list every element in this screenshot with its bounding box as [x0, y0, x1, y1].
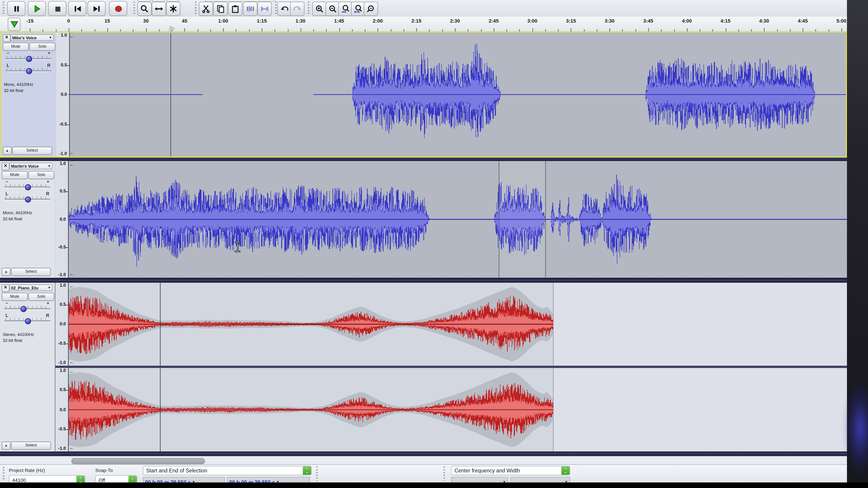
fit-selection-button[interactable] — [338, 2, 352, 16]
timeline-tick — [249, 29, 249, 32]
track1-vertical-scale[interactable]: 1.00.50.0-0.5-1.0 — [56, 33, 70, 157]
clip-boundary[interactable] — [499, 161, 499, 278]
playhead-marker[interactable] — [170, 26, 175, 31]
selection-start-field[interactable]: 00 h 00 m 39.550 s ▼ — [143, 477, 225, 482]
track-separator[interactable] — [0, 158, 847, 160]
toolbar-grip[interactable] — [275, 2, 277, 15]
select-track-button[interactable]: Select — [12, 147, 52, 155]
collapse-track-button[interactable]: ▲ — [3, 147, 11, 155]
solo-button[interactable]: Solo — [28, 171, 54, 180]
track-separator[interactable] — [0, 278, 847, 283]
track3-right-waveform-area[interactable]: ← ← — [69, 368, 847, 452]
track-martins-voice: ✕ Martin's Voice ▼ Mute Solo − + L R M — [0, 160, 847, 278]
collapse-track-button[interactable]: ▲ — [2, 442, 10, 450]
spectral-mode-select[interactable]: Center frequency and Width ⌃⌄ — [451, 466, 570, 475]
gain-slider[interactable]: − + — [5, 51, 51, 63]
horizontal-scrollbar-thumb[interactable] — [71, 458, 205, 464]
skip-to-start-button[interactable] — [68, 1, 86, 16]
project-rate-select[interactable]: 44100 ⌃⌄ — [9, 475, 85, 483]
track2-control-panel: ✕ Martin's Voice ▼ Mute Solo − + L R M — [0, 161, 55, 278]
cut-button[interactable] — [199, 2, 213, 16]
gain-slider[interactable]: − + — [4, 179, 51, 191]
track2-vertical-scale[interactable]: 1.00.50.0-0.5-1.0 — [55, 161, 68, 278]
chevron-down-icon: ▼ — [276, 480, 280, 483]
timeline-ruler[interactable]: -1501530451:001:151:301:452:002:152:302:… — [0, 17, 847, 32]
track-separator[interactable] — [0, 451, 847, 456]
solo-button[interactable]: Solo — [29, 43, 55, 51]
paste-button[interactable] — [228, 2, 243, 16]
track1-title-menu[interactable]: Mike's Voice ▼ — [11, 34, 54, 41]
gain-plus-label: + — [48, 51, 50, 56]
mute-button[interactable]: Mute — [2, 293, 28, 301]
timeline-tick — [30, 28, 31, 32]
track3-control-panel: ✕ 02_Piano_Etu ▼ Mute Solo − + L R Ste — [0, 283, 55, 451]
spectral-high-field[interactable]: ▼ — [510, 477, 570, 482]
track3-title-menu[interactable]: 02_Piano_Etu ▼ — [9, 285, 53, 291]
pause-button[interactable] — [7, 1, 26, 16]
spectral-low-field[interactable]: ▼ — [451, 477, 508, 482]
solo-button[interactable]: Solo — [28, 293, 54, 301]
clip-boundary[interactable] — [160, 368, 160, 452]
toolbar-grip[interactable] — [443, 466, 445, 481]
stereo-channel-divider[interactable] — [0, 366, 847, 368]
zoom-in-button[interactable] — [312, 2, 327, 16]
copy-button[interactable] — [213, 2, 228, 16]
silence-audio-button[interactable] — [257, 2, 272, 16]
mute-button[interactable]: Mute — [3, 43, 29, 51]
selection-mode-select[interactable]: Start and End of Selection ⌃⌄ — [143, 466, 312, 475]
close-track-button[interactable]: ✕ — [2, 163, 9, 170]
zoom-out-button[interactable] — [326, 2, 340, 16]
timeline-options-button[interactable] — [8, 18, 20, 31]
close-track-button[interactable]: ✕ — [3, 34, 10, 42]
track2-waveform-area[interactable]: ← ← — [69, 161, 847, 278]
toolbar-grip[interactable] — [3, 467, 4, 480]
horizontal-scrollbar[interactable] — [0, 456, 847, 465]
play-button[interactable] — [28, 1, 46, 16]
mute-button[interactable]: Mute — [2, 171, 28, 180]
pan-right-label: R — [46, 313, 49, 318]
track3-right-vertical-scale[interactable]: 1.00.50.0-0.5-1.0 — [55, 368, 68, 452]
gain-slider[interactable]: − + — [4, 301, 51, 313]
timeline-tick — [584, 29, 584, 32]
envelope-tool-button[interactable] — [152, 0, 165, 2]
main-toolbar — [0, 0, 847, 17]
timeline-tick — [468, 29, 468, 32]
record-button[interactable] — [109, 1, 127, 16]
toolbar-grip[interactable] — [308, 2, 309, 15]
pan-slider[interactable]: L R — [4, 191, 51, 203]
select-track-button[interactable]: Select — [11, 442, 51, 450]
close-track-button[interactable]: ✕ — [2, 285, 9, 292]
multi-tool-button[interactable] — [166, 2, 181, 16]
toolbar-grip[interactable] — [3, 2, 4, 15]
snap-to-select[interactable]: Off ⌃ — [95, 475, 137, 483]
clip-boundary[interactable] — [160, 283, 160, 365]
pan-slider[interactable]: L R — [4, 313, 51, 325]
undo-button[interactable] — [277, 2, 292, 16]
toolbar-grip[interactable] — [316, 466, 318, 481]
draw-tool-button[interactable] — [166, 0, 180, 2]
zoom-toggle-icon — [366, 4, 375, 13]
selection-tool-button[interactable] — [137, 0, 151, 2]
stop-button[interactable] — [48, 1, 66, 16]
selection-end-field[interactable]: 00 h 00 m 39.550 s ▼ — [227, 477, 310, 482]
track1-waveform-area[interactable]: ← ← — [69, 33, 846, 157]
fit-project-button[interactable] — [351, 2, 366, 16]
skip-to-end-button[interactable] — [88, 1, 106, 16]
pan-slider[interactable]: L R — [5, 63, 51, 75]
track2-title-menu[interactable]: Martin's Voice ▼ — [9, 163, 53, 169]
chevron-updown-icon: ⌃⌄ — [561, 466, 569, 475]
zoom-toggle-button[interactable] — [364, 2, 378, 16]
toolbar-grip[interactable] — [133, 2, 135, 15]
zoom-tool-button[interactable] — [137, 2, 152, 16]
redo-button[interactable] — [290, 2, 305, 16]
track3-left-vertical-scale[interactable]: 1.00.50.0-0.5-1.0 — [55, 283, 68, 365]
timeline-tick — [700, 29, 700, 32]
time-shift-tool-button[interactable] — [152, 2, 166, 16]
toolbar-grip[interactable] — [195, 2, 196, 15]
audacity-screenshot: -1501530451:001:151:301:452:002:152:302:… — [0, 0, 868, 488]
track3-left-waveform-area[interactable]: ← ← — [69, 283, 847, 365]
collapse-track-button[interactable]: ▲ — [2, 268, 10, 276]
trim-audio-button[interactable] — [243, 2, 257, 16]
clip-boundary[interactable] — [545, 161, 546, 278]
select-track-button[interactable]: Select — [11, 268, 51, 276]
